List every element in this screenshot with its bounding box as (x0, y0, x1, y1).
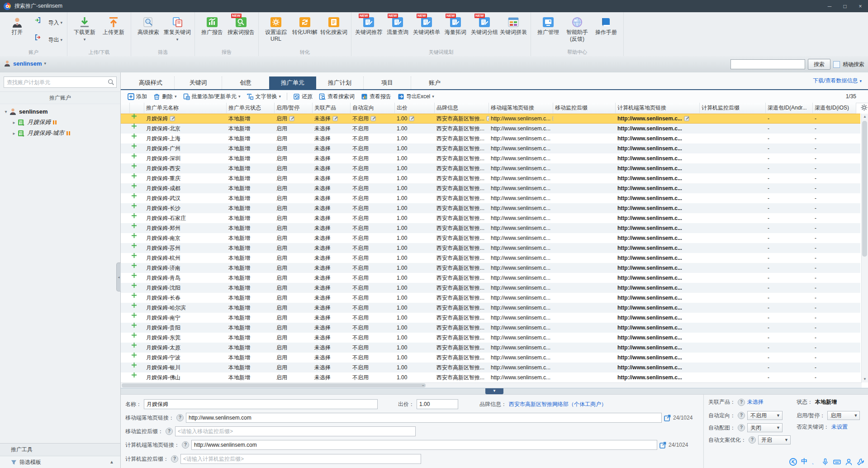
exact-search-checkbox[interactable] (833, 61, 840, 68)
ribbon-kw-group-button[interactable]: NEW关键词分组 (470, 14, 498, 37)
external-link-icon[interactable] (659, 442, 666, 449)
column-header-bid[interactable]: 出价 (395, 103, 435, 113)
mic-icon[interactable] (821, 458, 829, 466)
ribbon-promo-manage-button[interactable]: 推广管理 (534, 14, 562, 37)
name-field[interactable] (144, 399, 378, 409)
plus-green-icon[interactable] (132, 273, 142, 278)
table-row[interactable]: 月嫂保姆本地新增启用未选择不启用1.00西安市高新区智推...http://ww… (121, 114, 860, 124)
table-row[interactable]: 月嫂保姆-济南本地新增启用未选择不启用1.00西安市高新区智推...http:/… (121, 263, 860, 273)
tab-关键词[interactable]: 关键词 (174, 76, 222, 89)
table-row[interactable]: 月嫂保姆-长沙本地新增启用未选择不启用1.00西安市高新区智推...http:/… (121, 203, 860, 213)
plus-green-icon[interactable] (132, 283, 142, 288)
tab-项目[interactable]: 项目 (363, 76, 411, 89)
table-row[interactable]: 月嫂保姆-南京本地新增启用未选择不启用1.00西安市高新区智推...http:/… (121, 233, 860, 243)
ribbon-export-button[interactable]: 导出▾ (32, 31, 64, 48)
column-header-on_off[interactable]: 启用/暂停 (275, 103, 313, 113)
undo-button[interactable]: 还原 (293, 93, 313, 100)
ribbon-set-track-url-button[interactable]: 设置追踪URL (262, 14, 290, 44)
negative-keywords-link[interactable]: 未设置 (831, 423, 848, 431)
plus-green-icon[interactable] (132, 323, 142, 328)
column-header-pc_url[interactable]: 计算机端落地页链接 (616, 103, 700, 113)
vertical-scroll-thumb[interactable] (862, 121, 867, 257)
column-settings-gear-icon[interactable] (861, 104, 868, 111)
download-view-data-link[interactable]: 下载/查看数据信息▾ (813, 77, 862, 85)
column-header-status[interactable]: 推广单元状态 (227, 103, 275, 113)
ribbon-kw-expand-button[interactable]: NEW海量拓词 (441, 14, 470, 37)
column-header-mobile_url[interactable]: 移动端落地页链接 (489, 103, 553, 113)
table-row[interactable]: 月嫂保姆-长春本地新增启用未选择不启用1.00西安市高新区智推...http:/… (121, 293, 860, 303)
table-row[interactable]: 月嫂保姆-苏州本地新增启用未选择不启用1.00西安市高新区智推...http:/… (121, 243, 860, 253)
tree-item-月嫂保姆-城市[interactable]: ▸月嫂保姆-城市 (0, 128, 120, 138)
related-product-link[interactable]: 未选择 (747, 398, 764, 406)
tree-expand-arrow[interactable]: ▾ (3, 109, 9, 114)
tab-账户[interactable]: 账户 (411, 76, 458, 89)
pc-suffix-field[interactable] (180, 454, 421, 464)
ribbon-kw-assemble-button[interactable]: 关键词拼装 (499, 14, 527, 37)
column-header-auto_targeting[interactable]: 自动定向 (351, 103, 395, 113)
plus-green-icon[interactable] (132, 223, 142, 228)
tab-推广计划[interactable]: 推广计划 (316, 76, 363, 89)
table-row[interactable]: 月嫂保姆-武汉本地新增启用未选择不启用1.00西安市高新区智推...http:/… (121, 193, 860, 203)
panel-splitter[interactable]: ▼ (121, 388, 868, 395)
search-icon[interactable] (108, 79, 114, 86)
table-row[interactable]: 月嫂保姆-西安本地新增启用未选择不启用1.00西安市高新区智推...http:/… (121, 163, 860, 173)
account-selector[interactable]: senlinsem ▾ (4, 60, 46, 67)
column-header-ind[interactable] (121, 103, 130, 113)
table-row[interactable]: 月嫂保姆-太原本地新增启用未选择不启用1.00西安市高新区智推...http:/… (121, 343, 860, 353)
close-button[interactable]: × (853, 0, 868, 12)
plus-green-icon[interactable] (132, 213, 142, 218)
auto-targeting-select[interactable]: 不启用▼ (747, 411, 783, 420)
plus-green-icon[interactable] (132, 293, 142, 298)
tab-推广单元[interactable]: 推广单元 (269, 76, 316, 89)
plus-green-icon[interactable] (132, 203, 142, 208)
tree-expand-arrow[interactable]: ▸ (11, 120, 17, 125)
plus-green-icon[interactable] (132, 243, 142, 248)
ribbon-smart-assistant-button[interactable]: 智能助手(反馈) (563, 14, 591, 44)
column-header-name[interactable]: 推广单元名称 (144, 103, 227, 113)
filter-template-section[interactable]: 筛选模板 ▲ (0, 456, 120, 468)
help-icon[interactable]: ? (176, 414, 184, 421)
search-button[interactable]: 搜索 (808, 59, 830, 70)
table-row[interactable]: 月嫂保姆-哈尔滨本地新增启用未选择不启用1.00西安市高新区智推...http:… (121, 303, 860, 313)
promotion-tools-section[interactable]: 推广工具 (0, 443, 120, 456)
ribbon-kw-traffic-button[interactable]: NEW流量查询 (384, 14, 412, 37)
wrench-icon[interactable] (857, 458, 864, 466)
plus-green-icon[interactable] (132, 153, 142, 158)
help-icon[interactable]: ? (182, 441, 189, 449)
table-row[interactable]: 月嫂保姆-杭州本地新增启用未选择不启用1.00西安市高新区智推...http:/… (121, 253, 860, 263)
column-header-channel_android[interactable]: 渠道包ID(Andr... (766, 103, 813, 113)
view-report-button[interactable]: 查看报告 (361, 93, 391, 100)
plus-green-icon[interactable] (132, 263, 142, 268)
edit-icon[interactable] (409, 115, 415, 121)
plus-green-icon[interactable] (132, 183, 142, 188)
ribbon-convert-uri-button[interactable]: 转化URI解 (291, 14, 319, 37)
table-row[interactable]: 月嫂保姆-东莞本地新增启用未选择不启用1.00西安市高新区智推...http:/… (121, 333, 860, 343)
column-header-mobile_suffix[interactable]: 移动监控后缀 (553, 103, 616, 113)
column-header-pc_suffix[interactable]: 计算机监控后缀 (700, 103, 766, 113)
plus-green-icon[interactable] (132, 353, 142, 358)
table-row[interactable]: 月嫂保姆-贵阳本地新增启用未选择不启用1.00西安市高新区智推...http:/… (121, 323, 860, 333)
ribbon-kw-recommend-button[interactable]: NEW关键词推荐 (355, 14, 383, 37)
plus-green-icon[interactable] (132, 193, 142, 198)
pc-url-field[interactable] (191, 440, 657, 450)
external-link-icon[interactable] (664, 415, 671, 421)
table-row[interactable]: 月嫂保姆-青岛本地新增启用未选择不启用1.00西安市高新区智推...http:/… (121, 273, 860, 283)
table-row[interactable]: 月嫂保姆-沈阳本地新增启用未选择不启用1.00西安市高新区智推...http:/… (121, 283, 860, 293)
table-row[interactable]: 月嫂保姆-佛山本地新增启用未选择不启用1.00西安市高新区智推...http:/… (121, 372, 860, 382)
table-row[interactable]: 月嫂保姆-深圳本地新增启用未选择不启用1.00西安市高新区智推...http:/… (121, 153, 860, 163)
plus-green-icon[interactable] (132, 173, 142, 178)
plus-green-icon[interactable] (132, 303, 142, 308)
ime-logo-icon[interactable] (789, 458, 797, 466)
edit-icon[interactable] (684, 115, 690, 121)
table-row[interactable]: 月嫂保姆-石家庄本地新增启用未选择不启用1.00西安市高新区智推...http:… (121, 213, 860, 223)
ribbon-manual-book-button[interactable]: 操作手册 (592, 14, 620, 37)
table-row[interactable]: 月嫂保姆-银川本地新增启用未选择不启用1.00西安市高新区智推...http:/… (121, 363, 860, 372)
brand-link[interactable]: 西安市高新区智推网络部（个体工商户） (509, 401, 607, 408)
table-row[interactable]: 月嫂保姆-重庆本地新增启用未选择不启用1.00西安市高新区智推...http:/… (121, 173, 860, 183)
scroll-up-arrow[interactable]: ▲ (862, 114, 868, 120)
tree-item-月嫂保姆[interactable]: ▸月嫂保姆 (0, 117, 120, 128)
table-row[interactable]: 月嫂保姆-广州本地新增启用未选择不启用1.00西安市高新区智推...http:/… (121, 143, 860, 153)
edit-icon[interactable] (170, 115, 175, 121)
tab-创意[interactable]: 创意 (222, 76, 269, 89)
ribbon-kw-rank-button[interactable]: NEW关键词榜单 (413, 14, 441, 37)
